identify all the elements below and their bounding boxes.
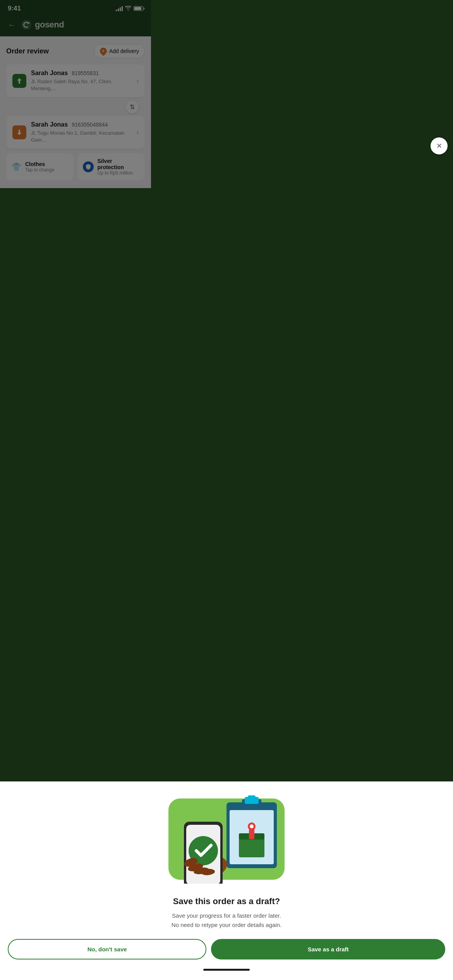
modal-overlay	[0, 0, 151, 327]
